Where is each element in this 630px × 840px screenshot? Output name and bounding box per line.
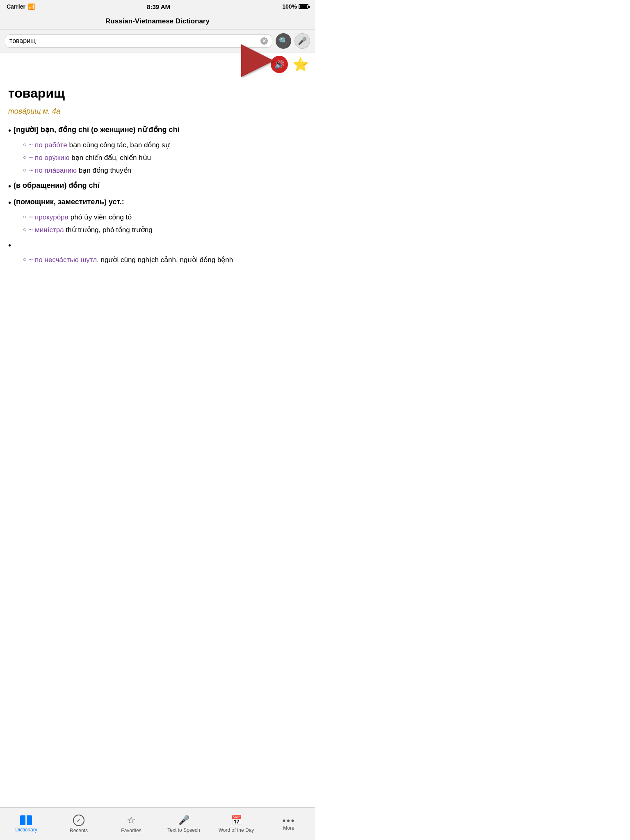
sub-bullet-3-1: ○: [23, 212, 26, 222]
star-icon: ⭐: [292, 57, 309, 72]
russian-3-1: ~ прокурóра: [29, 213, 68, 221]
definition-2: • (в обращении) đồng chí: [8, 180, 307, 193]
main-def-text-2: (в обращении) đồng chí: [14, 180, 99, 192]
definition-3: • (помощник, заместитель) уст.: ○ ~ прок…: [8, 196, 307, 235]
russian-1-3: ~ по плáванию: [29, 167, 77, 174]
sub-text-3-2: ~ минíстра thứ trưởng, phó tổng trưởng: [29, 224, 152, 235]
bullet-4: •: [8, 239, 11, 252]
russian-1-2: ~ по орýжию: [29, 154, 69, 162]
search-input[interactable]: [9, 37, 258, 45]
bullet-1: •: [8, 124, 11, 137]
content-separator: [0, 277, 315, 277]
sub-item-4-1: ○ ~ по несчáстью шутл. người cùng nghịch…: [23, 254, 307, 265]
sub-item-1-2: ○ ~ по орýжию bạn chiến đấu, chiến hữu: [23, 152, 307, 163]
status-time: 8:39 AM: [147, 3, 170, 10]
sub-bullet-1-2: ○: [23, 152, 26, 162]
sub-text-4-1: ~ по несчáстью шутл. người cùng nghịch c…: [29, 254, 233, 265]
search-button[interactable]: 🔍: [276, 33, 291, 49]
bullet-3: •: [8, 196, 11, 209]
wifi-icon: 📶: [28, 3, 35, 10]
sub-text-3-1: ~ прокурóра phó ủy viên công tố: [29, 212, 132, 223]
sub-item-1-1: ○ ~ по рабóте bạn cùng công tác, bạn đồn…: [23, 139, 307, 151]
favorite-button[interactable]: ⭐: [292, 56, 309, 73]
sub-list-3: ○ ~ прокурóра phó ủy viên công tố ○ ~ ми…: [8, 212, 307, 235]
microphone-icon: 🎤: [298, 37, 307, 46]
clear-button[interactable]: ✕: [260, 37, 268, 45]
content-area: товарищ товáрищ м. 4а • [người] bạn, đồn…: [0, 76, 315, 277]
search-icon: 🔍: [279, 37, 288, 46]
sub-list-4: ○ ~ по несчáстью шутл. người cùng nghịch…: [8, 254, 307, 265]
arrow-overlay: [241, 44, 274, 77]
sub-text-1-2: ~ по орýжию bạn chiến đấu, chiến hữu: [29, 152, 151, 163]
word-phonetic: товáрищ м. 4а: [8, 105, 307, 117]
battery-icon: [299, 4, 308, 9]
search-input-wrapper: ✕: [5, 34, 272, 48]
russian-3-2: ~ минíстра: [29, 226, 64, 234]
sub-bullet-1-3: ○: [23, 165, 26, 175]
bullet-2: •: [8, 180, 11, 193]
sub-list-1: ○ ~ по рабóте bạn cùng công tác, bạn đồn…: [8, 139, 307, 176]
arrow-shape: [241, 44, 274, 77]
main-def-2: • (в обращении) đồng chí: [8, 180, 307, 193]
word-title: товарищ: [8, 83, 307, 104]
definition-1: • [người] bạn, đồng chí (о женщине) nữ đ…: [8, 124, 307, 176]
microphone-button[interactable]: 🎤: [294, 33, 310, 49]
carrier-label: Carrier: [7, 3, 25, 10]
sub-bullet-4-1: ○: [23, 254, 26, 265]
sub-bullet-3-2: ○: [23, 224, 26, 235]
main-def-3: • (помощник, заместитель) уст.:: [8, 196, 307, 209]
sub-text-1-3: ~ по плáванию bạn đồng thuyền: [29, 165, 131, 176]
battery-label: 100%: [282, 3, 297, 10]
main-def-4: •: [8, 239, 307, 252]
russian-1-1: ~ по рабóте: [29, 141, 67, 149]
definition-4: • ○ ~ по несчáстью шутл. người cùng nghị…: [8, 239, 307, 265]
sound-icon: 🔊: [274, 59, 285, 69]
status-bar: Carrier 📶 8:39 AM 100%: [0, 0, 315, 13]
main-def-1: • [người] bạn, đồng chí (о женщине) nữ đ…: [8, 124, 307, 137]
sub-bullet-1-1: ○: [23, 139, 26, 150]
main-def-text-1: [người] bạn, đồng chí (о женщине) nữ đồn…: [14, 124, 179, 136]
sub-text-1-1: ~ по рабóте bạn cùng công tác, bạn đồng …: [29, 139, 169, 151]
status-right: 100%: [282, 3, 308, 10]
status-left: Carrier 📶: [7, 3, 35, 10]
sub-item-3-1: ○ ~ прокурóра phó ủy viên công tố: [23, 212, 307, 223]
russian-4-1: ~ по несчáстью шутл.: [29, 256, 98, 264]
main-def-text-3: (помощник, заместитель) уст.:: [14, 196, 124, 208]
nav-title: Russian-Vietnamese Dictionary: [0, 13, 315, 30]
sub-item-3-2: ○ ~ минíстра thứ trưởng, phó tổng trưởng: [23, 224, 307, 235]
sub-item-1-3: ○ ~ по плáванию bạn đồng thuyền: [23, 165, 307, 176]
